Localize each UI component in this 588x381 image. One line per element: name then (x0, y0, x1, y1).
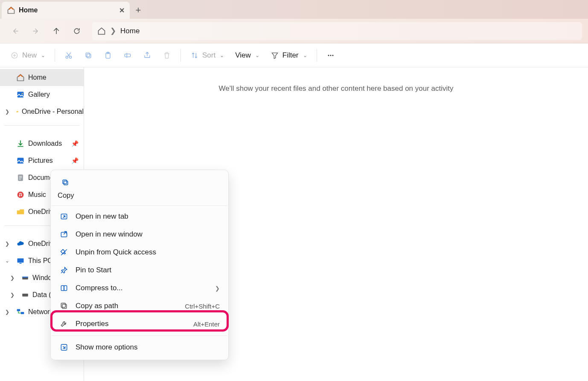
chevron-right-icon: ❯ (215, 285, 220, 292)
ctx-open-new-tab[interactable]: Open in new tab (52, 208, 227, 225)
wrench-icon (59, 320, 69, 328)
ctx-properties[interactable]: Properties Alt+Enter (52, 315, 227, 333)
delete-button[interactable] (158, 47, 175, 64)
toolbar: New ⌄ Sort ⌄ View ⌄ Filter ⌄ (0, 43, 588, 67)
svg-rect-3 (87, 54, 91, 58)
sidebar-item-home[interactable]: Home (0, 69, 84, 86)
sidebar-item-onedrive-personal[interactable]: ❯ OneDrive - Personal (0, 103, 84, 120)
chevron-right-icon[interactable]: ❯ (5, 309, 9, 315)
new-button[interactable]: New ⌄ (6, 47, 49, 64)
sidebar-item-downloads[interactable]: Downloads 📌 (0, 135, 84, 152)
svg-rect-25 (64, 181, 68, 185)
svg-rect-28 (61, 232, 67, 237)
filter-label: Filter (282, 51, 299, 60)
share-button[interactable] (139, 47, 156, 64)
ctx-open-new-window[interactable]: Open in new window (52, 225, 227, 243)
svg-rect-26 (63, 180, 67, 184)
copy-label: Copy (51, 189, 228, 204)
archive-icon (59, 284, 69, 292)
home-icon (7, 6, 15, 14)
sidebar-item-pictures[interactable]: Pictures 📌 (0, 152, 84, 169)
chevron-right-icon[interactable]: ❯ (10, 275, 15, 281)
chevron-right-icon[interactable]: ❯ (10, 292, 15, 298)
ctx-label: Open in new tab (76, 212, 128, 221)
sidebar-label: Network (28, 308, 53, 316)
new-label: New (22, 51, 37, 60)
more-button[interactable] (322, 47, 339, 64)
tab-title: Home (19, 6, 38, 14)
svg-rect-19 (20, 263, 22, 264)
tab-home[interactable]: Home ✕ (2, 2, 130, 19)
divider (55, 49, 55, 62)
ctx-label: Compress to... (76, 284, 123, 292)
sidebar-label: Home (28, 74, 47, 81)
sidebar-label: Gallery (28, 91, 50, 98)
divider (4, 125, 79, 126)
svg-rect-30 (62, 304, 67, 309)
copy-button[interactable] (80, 47, 97, 64)
ctx-label: Show more options (76, 343, 138, 352)
svg-point-15 (17, 192, 24, 198)
ctx-show-more-options[interactable]: Show more options (52, 338, 227, 356)
sidebar-label: This PC (28, 257, 52, 265)
chevron-down-icon: ⌄ (41, 52, 45, 58)
chevron-right-icon[interactable]: ❯ (5, 241, 9, 247)
tab-close-button[interactable]: ✕ (119, 6, 125, 14)
ctx-compress-to[interactable]: Compress to... ❯ (52, 279, 227, 297)
ctx-label: Pin to Start (76, 266, 111, 274)
up-button[interactable] (47, 23, 66, 40)
sidebar-label: OneDrive - Personal (22, 108, 84, 115)
ctx-label: Properties (76, 320, 108, 328)
sidebar-label: Pictures (28, 157, 53, 165)
cut-button[interactable] (60, 47, 77, 64)
svg-point-10 (332, 55, 333, 56)
view-label: View (235, 51, 251, 60)
ctx-label: Open in new window (76, 230, 143, 239)
svg-rect-24 (21, 312, 24, 314)
new-tab-button[interactable]: + (130, 2, 147, 19)
context-menu-icon-row (51, 173, 228, 189)
sort-button[interactable]: Sort ⌄ (186, 47, 228, 64)
svg-rect-21 (22, 277, 28, 277)
open-tab-icon (59, 212, 69, 221)
refresh-button[interactable] (67, 23, 86, 40)
ctx-pin-to-start[interactable]: Pin to Start (52, 261, 227, 279)
forward-button[interactable] (26, 23, 45, 40)
chevron-down-icon: ⌄ (303, 52, 307, 58)
back-button[interactable] (6, 23, 25, 40)
ctx-label: Unpin from Quick access (76, 248, 156, 257)
breadcrumb-location: Home (120, 27, 140, 35)
context-menu: Copy Open in new tab Open in new window … (50, 170, 229, 360)
copy-path-icon (59, 302, 69, 310)
ctx-copy-as-path[interactable]: Copy as path Ctrl+Shift+C (52, 297, 227, 315)
ctx-shortcut: Alt+Enter (193, 320, 220, 328)
svg-rect-31 (61, 303, 65, 307)
chevron-down-icon[interactable]: ⌄ (5, 258, 9, 264)
view-button[interactable]: View ⌄ (231, 47, 264, 64)
ctx-label: Copy as path (76, 302, 118, 310)
sidebar-item-gallery[interactable]: Gallery (0, 86, 84, 103)
svg-rect-4 (86, 53, 90, 57)
copy-icon-button[interactable] (58, 176, 73, 189)
home-icon (97, 27, 106, 35)
address-bar[interactable]: ❯ Home (92, 22, 582, 40)
svg-point-17 (21, 195, 22, 196)
pin-icon: 📌 (71, 157, 79, 164)
chevron-down-icon: ⌄ (255, 52, 259, 58)
svg-rect-23 (17, 309, 20, 311)
svg-rect-18 (17, 258, 24, 263)
paste-button[interactable] (99, 47, 116, 64)
divider (52, 335, 227, 336)
svg-rect-7 (125, 54, 130, 57)
ctx-unpin-quick-access[interactable]: Unpin from Quick access (52, 243, 227, 261)
sidebar-label: Music (28, 191, 46, 199)
nav-bar: ❯ Home (0, 19, 588, 43)
svg-point-12 (22, 93, 23, 94)
filter-button[interactable]: Filter ⌄ (266, 47, 311, 64)
rename-button[interactable] (119, 47, 136, 64)
empty-state-message: We'll show your recent files and other c… (93, 84, 579, 93)
chevron-down-icon: ⌄ (220, 52, 224, 58)
tab-bar: Home ✕ + (0, 0, 588, 19)
chevron-right-icon[interactable]: ❯ (5, 109, 9, 115)
ctx-shortcut: Ctrl+Shift+C (185, 303, 220, 310)
